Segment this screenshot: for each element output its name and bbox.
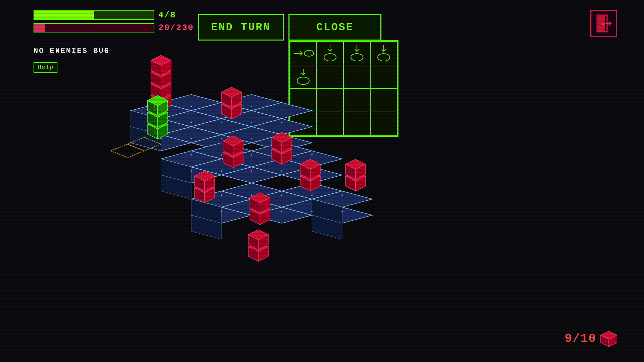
svg-point-87 xyxy=(341,194,343,196)
game-board xyxy=(17,34,386,285)
svg-point-67 xyxy=(281,122,282,123)
svg-point-75 xyxy=(251,154,252,156)
svg-point-65 xyxy=(221,122,222,123)
svg-point-81 xyxy=(281,170,282,172)
svg-point-62 xyxy=(251,106,252,107)
counter-value: 9/10 xyxy=(565,332,596,346)
svg-point-80 xyxy=(251,170,252,172)
svg-point-66 xyxy=(251,122,252,123)
svg-point-84 xyxy=(251,194,252,196)
energy-label: 20/230 xyxy=(158,23,194,33)
svg-point-79 xyxy=(221,170,222,172)
svg-point-70 xyxy=(221,138,222,139)
svg-point-85 xyxy=(281,194,282,196)
svg-point-86 xyxy=(311,194,313,196)
svg-point-91 xyxy=(311,210,313,212)
svg-point-69 xyxy=(191,138,192,139)
svg-point-73 xyxy=(191,154,192,156)
health-label: 4/8 xyxy=(158,10,176,20)
svg-point-78 xyxy=(191,170,192,172)
svg-point-60 xyxy=(191,106,192,107)
svg-point-90 xyxy=(281,210,282,212)
health-bar-row: 4/8 xyxy=(34,10,194,20)
svg-point-74 xyxy=(221,154,222,156)
exit-door-icon xyxy=(595,13,612,34)
health-bar-bg xyxy=(34,10,154,20)
energy-bar-fill xyxy=(34,24,45,32)
svg-point-83 xyxy=(221,194,222,196)
enemy-counter: 9/10 xyxy=(565,328,617,349)
energy-bar-row: 20/230 xyxy=(34,23,194,33)
svg-point-92 xyxy=(341,210,343,212)
hud-panel: 4/8 20/230 xyxy=(34,10,194,36)
svg-point-88 xyxy=(221,210,222,212)
svg-point-71 xyxy=(251,138,252,139)
exit-button[interactable] xyxy=(590,10,617,37)
enemy-unit-icon xyxy=(600,328,617,349)
health-bar-fill xyxy=(34,11,94,19)
svg-point-68 xyxy=(160,138,162,139)
svg-point-64 xyxy=(191,122,192,123)
energy-bar-bg xyxy=(34,23,154,33)
svg-point-77 xyxy=(311,154,313,156)
svg-point-4 xyxy=(602,23,604,25)
